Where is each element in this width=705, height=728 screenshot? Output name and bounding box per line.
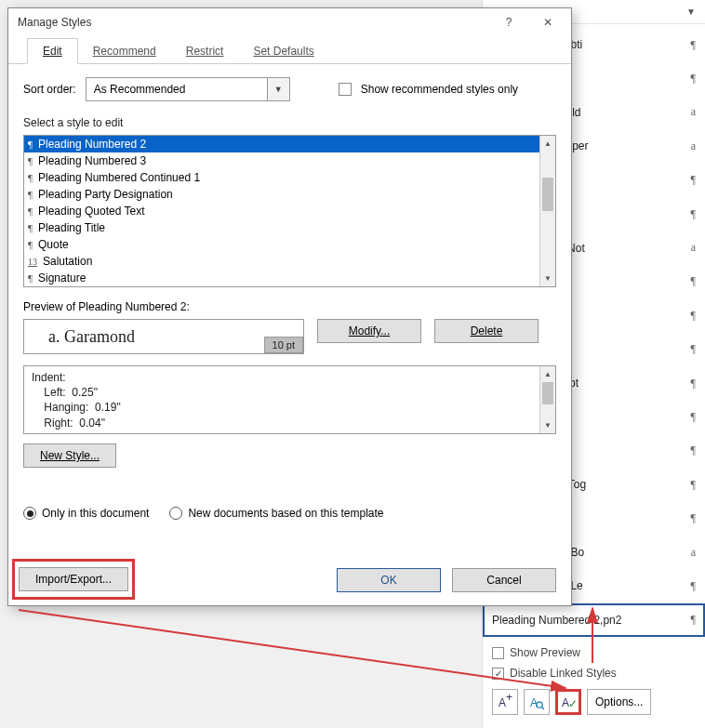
paragraph-mark-icon: ¶ bbox=[685, 173, 696, 187]
help-button[interactable]: ? bbox=[489, 9, 528, 35]
scroll-thumb[interactable] bbox=[542, 178, 553, 211]
options-button[interactable]: Options... bbox=[587, 689, 651, 715]
style-list-item[interactable]: 13Salutation bbox=[24, 253, 539, 270]
manage-styles-dialog: Manage Styles ? ✕ Edit Recommend Restric… bbox=[7, 7, 572, 606]
preview-text: a. Garamond bbox=[24, 327, 135, 347]
checkbox-checked-icon[interactable]: ✓ bbox=[492, 668, 504, 680]
styles-pane-item-label: Pleading Numbered 2,pn2 bbox=[492, 614, 621, 627]
new-docs-template-label: New documents based on this template bbox=[188, 507, 383, 520]
cancel-label: Cancel bbox=[486, 574, 521, 587]
new-docs-template-radio[interactable] bbox=[169, 507, 182, 520]
select-style-label: Select a style to edit bbox=[23, 116, 556, 129]
style-list-item[interactable]: ¶Pleading Numbered 3 bbox=[24, 152, 539, 169]
delete-button[interactable]: Delete bbox=[434, 319, 539, 343]
ok-label: OK bbox=[380, 574, 396, 587]
scroll-thumb[interactable] bbox=[542, 382, 553, 404]
svg-text:+: + bbox=[506, 694, 512, 704]
import-export-button[interactable]: Import/Export... bbox=[19, 567, 128, 591]
styles-pane-controls: Show Preview ✓ Disable Linked Styles A+ … bbox=[483, 637, 705, 721]
disable-linked-row[interactable]: ✓ Disable Linked Styles bbox=[492, 663, 698, 683]
character-mark-icon: a bbox=[685, 105, 696, 119]
svg-line-4 bbox=[541, 707, 544, 709]
desc-scrollbar[interactable]: ▲ ▼ bbox=[539, 366, 555, 433]
paragraph-mark-icon: ¶ bbox=[685, 309, 696, 323]
show-preview-label: Show Preview bbox=[510, 646, 580, 659]
style-list-item-label: Quote bbox=[38, 238, 69, 251]
desc-left: Left: 0.25" bbox=[32, 385, 532, 400]
style-list-item[interactable]: ¶Pleading Numbered 2 bbox=[24, 136, 539, 152]
style-inspector-icon-button[interactable]: A bbox=[524, 689, 550, 715]
paragraph-mark-icon: ¶ bbox=[28, 155, 33, 166]
style-list-item-label: Pleading Numbered 2 bbox=[38, 138, 146, 151]
options-label: Options... bbox=[595, 695, 643, 708]
tab-set-defaults[interactable]: Set Defaults bbox=[238, 39, 328, 63]
paragraph-mark-icon: ¶ bbox=[28, 172, 33, 183]
style-list-item-label: Pleading Quoted Text bbox=[38, 205, 145, 218]
scroll-up-icon[interactable]: ▲ bbox=[540, 136, 555, 152]
show-recommended-label: Show recommended styles only bbox=[361, 83, 518, 96]
sort-order-value: As Recommended bbox=[86, 83, 267, 96]
style-list-item[interactable]: ¶Pleading Party Designation bbox=[24, 186, 539, 203]
ok-button[interactable]: OK bbox=[337, 568, 441, 592]
paragraph-mark-icon: ¶ bbox=[28, 189, 33, 200]
scroll-up-icon[interactable]: ▲ bbox=[540, 366, 555, 382]
only-this-doc-radio[interactable] bbox=[23, 507, 36, 520]
paragraph-mark-icon: ¶ bbox=[685, 342, 696, 356]
paragraph-mark-icon: ¶ bbox=[685, 207, 696, 221]
style-list-item[interactable]: ¶Pleading Title bbox=[24, 219, 539, 236]
paragraph-mark-icon: ¶ bbox=[685, 410, 696, 424]
character-mark-icon: a bbox=[685, 241, 696, 255]
style-list-item[interactable]: ¶Quote bbox=[24, 236, 539, 253]
paragraph-mark-icon: ¶ bbox=[685, 38, 696, 52]
paragraph-mark-icon: ¶ bbox=[685, 377, 696, 390]
character-mark-icon: a bbox=[685, 139, 696, 153]
import-export-label: Import/Export... bbox=[35, 573, 112, 586]
tab-recommend-label: Recommend bbox=[93, 45, 156, 58]
style-list[interactable]: ¶Pleading Numbered 2¶Pleading Numbered 3… bbox=[23, 135, 556, 287]
paragraph-mark-icon: ¶ bbox=[685, 613, 696, 627]
new-style-button[interactable]: New Style... bbox=[23, 443, 116, 468]
manage-styles-icon-button[interactable]: A✓ bbox=[555, 689, 581, 715]
sort-order-select[interactable]: As Recommended ▼ bbox=[86, 77, 290, 101]
style-list-item[interactable]: ¶Pleading Quoted Text bbox=[24, 203, 539, 219]
style-list-item[interactable]: ¶Pleading Numbered Continued 1 bbox=[24, 169, 539, 186]
only-this-doc-label: Only in this document bbox=[42, 507, 149, 520]
tab-recommend[interactable]: Recommend bbox=[78, 39, 171, 63]
style-list-item-label: Pleading Numbered 3 bbox=[38, 154, 146, 167]
paragraph-mark-icon: ¶ bbox=[28, 239, 33, 250]
tab-edit[interactable]: Edit bbox=[27, 38, 78, 64]
paragraph-mark-icon: ¶ bbox=[685, 443, 696, 457]
cancel-button[interactable]: Cancel bbox=[452, 568, 556, 592]
tab-set-defaults-label: Set Defaults bbox=[253, 45, 313, 58]
paragraph-mark-icon: ¶ bbox=[28, 272, 33, 284]
style-list-item-label: Signature bbox=[38, 271, 86, 285]
modify-label: Modify... bbox=[349, 324, 390, 338]
desc-indent-label: Indent: bbox=[32, 370, 532, 385]
new-style-label: New Style... bbox=[40, 449, 100, 462]
close-button[interactable]: ✕ bbox=[528, 9, 567, 35]
desc-hanging: Hanging: 0.19" bbox=[32, 400, 532, 415]
scroll-down-icon[interactable]: ▼ bbox=[540, 271, 555, 286]
show-recommended-checkbox[interactable] bbox=[339, 83, 352, 96]
show-preview-row[interactable]: Show Preview bbox=[492, 642, 698, 663]
styles-pane-item-selected[interactable]: Pleading Numbered 2,pn2 ¶ bbox=[483, 603, 705, 637]
preview-label: Preview of Pleading Numbered 2: bbox=[23, 300, 556, 313]
modify-button[interactable]: Modify... bbox=[317, 319, 421, 343]
svg-text:✓: ✓ bbox=[568, 697, 577, 710]
style-list-item[interactable]: ¶Signature bbox=[24, 270, 539, 286]
style-list-item-label: Pleading Title bbox=[38, 221, 105, 234]
tab-restrict[interactable]: Restrict bbox=[171, 39, 239, 63]
new-style-icon-button[interactable]: A+ bbox=[492, 689, 518, 715]
style-list-item-label: Salutation bbox=[43, 255, 92, 268]
scrollbar[interactable]: ▲ ▼ bbox=[539, 136, 555, 286]
paragraph-mark-icon: ¶ bbox=[685, 478, 696, 492]
checkbox-unchecked-icon[interactable] bbox=[492, 647, 504, 659]
tab-edit-label: Edit bbox=[43, 45, 62, 58]
chevron-down-icon: ▼ bbox=[267, 78, 289, 100]
dropdown-caret-icon[interactable]: ▼ bbox=[686, 7, 696, 17]
scroll-down-icon[interactable]: ▼ bbox=[540, 417, 555, 433]
dialog-title: Manage Styles bbox=[18, 16, 489, 29]
tab-strip: Edit Recommend Restrict Set Defaults bbox=[8, 36, 571, 64]
desc-right: Right: 0.04" bbox=[32, 416, 532, 430]
character-mark-icon: a bbox=[685, 546, 696, 560]
